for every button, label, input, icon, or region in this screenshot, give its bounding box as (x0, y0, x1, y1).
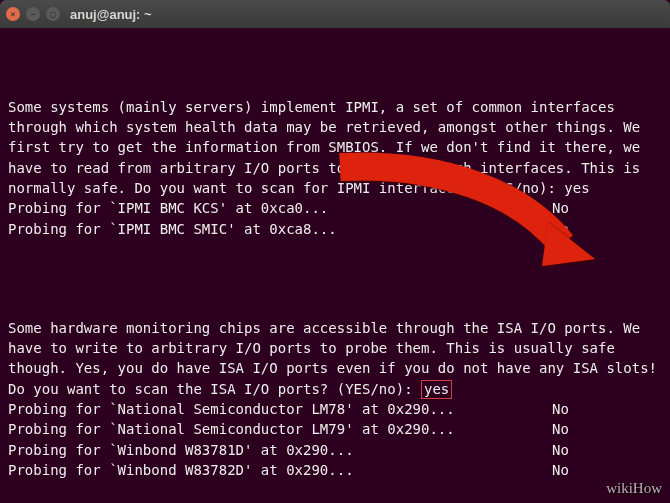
isa-answer-highlight: yes (421, 380, 452, 399)
probe-label: Probing for `National Semiconductor LM79… (8, 419, 455, 439)
probe-result: No (552, 440, 662, 460)
ipmi-section: Some systems (mainly servers) implement … (8, 97, 662, 239)
probe-result: No (552, 419, 662, 439)
probe-row: Probing for `IPMI BMC KCS' at 0xca0...No (8, 198, 662, 218)
probe-label: Probing for `Winbond W83781D' at 0x290..… (8, 440, 354, 460)
probe-result: No (552, 219, 662, 239)
maximize-icon[interactable]: ▢ (46, 7, 60, 21)
window-title: anuj@anuj: ~ (70, 7, 152, 22)
probe-label: Probing for `IPMI BMC SMIC' at 0xca8... (8, 219, 337, 239)
probe-row: Probing for `National Semiconductor LM79… (8, 419, 662, 439)
close-icon[interactable]: × (6, 7, 20, 21)
window-titlebar: × − ▢ anuj@anuj: ~ (0, 0, 670, 28)
ipmi-answer: yes (564, 180, 589, 196)
watermark: wikiHow (606, 480, 662, 497)
probe-label: Probing for `IPMI BMC KCS' at 0xca0... (8, 198, 328, 218)
probe-row: Probing for `Winbond W83781D' at 0x290..… (8, 440, 662, 460)
probe-row: Probing for `National Semiconductor LM78… (8, 399, 662, 419)
probe-result: No (552, 198, 662, 218)
ipmi-text: Some systems (mainly servers) implement … (8, 99, 649, 196)
probe-result: No (552, 460, 662, 480)
minimize-icon[interactable]: − (26, 7, 40, 21)
isa-section: Some hardware monitoring chips are acces… (8, 318, 662, 480)
isa-text: Some hardware monitoring chips are acces… (8, 320, 665, 397)
probe-row: Probing for `IPMI BMC SMIC' at 0xca8...N… (8, 219, 662, 239)
probe-result: No (552, 399, 662, 419)
probe-label: Probing for `National Semiconductor LM78… (8, 399, 455, 419)
terminal-output[interactable]: Some systems (mainly servers) implement … (0, 28, 670, 503)
probe-label: Probing for `Winbond W83782D' at 0x290..… (8, 460, 354, 480)
window-controls: × − ▢ (6, 7, 60, 21)
probe-row: Probing for `Winbond W83782D' at 0x290..… (8, 460, 662, 480)
